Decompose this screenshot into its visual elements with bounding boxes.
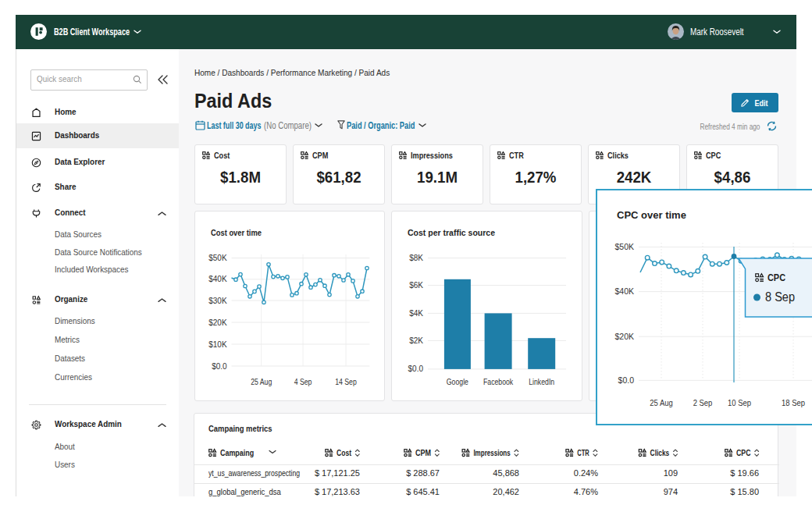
svg-text:Facebook: Facebook [483,378,514,386]
svg-text:Cost over time: Cost over time [211,228,262,237]
svg-text:2 Sep: 2 Sep [693,398,713,407]
svg-text:CPM: CPM [415,448,431,457]
svg-text:$0.0: $0.0 [408,364,424,373]
svg-text:Cost: Cost [337,448,351,457]
svg-text:25 Aug: 25 Aug [650,398,673,407]
svg-text:Clicks: Clicks [650,448,670,457]
svg-text:$0.0: $0.0 [212,362,227,371]
svg-text:4 Sep: 4 Sep [294,378,312,386]
svg-text:18 Sep: 18 Sep [782,398,805,407]
svg-text:25 Aug: 25 Aug [251,378,272,386]
svg-text:Campaing: Campaing [220,448,254,457]
svg-text:$4K: $4K [409,309,423,318]
svg-text:$40K: $40K [208,275,227,283]
svg-text:LinkedIn: LinkedIn [529,378,554,386]
svg-text:Cost per traffic source: Cost per traffic source [408,228,495,237]
svg-text:Impressions: Impressions [473,448,510,457]
svg-text:$50K: $50K [614,242,634,251]
svg-text:$6K: $6K [409,281,423,290]
svg-text:$2K: $2K [409,336,423,345]
svg-text:$20K: $20K [614,332,634,341]
svg-text:10 Sep: 10 Sep [728,398,751,407]
svg-text:$30K: $30K [208,297,227,305]
svg-text:Google: Google [447,378,468,386]
svg-text:$40K: $40K [614,286,634,296]
svg-text:$0.0: $0.0 [618,375,635,385]
svg-text:$20K: $20K [208,318,227,327]
svg-text:8 Sep: 8 Sep [765,290,795,304]
svg-text:CPC: CPC [736,448,751,457]
svg-text:CPC over time: CPC over time [617,209,686,221]
svg-text:$50K: $50K [208,254,227,262]
svg-text:CTR: CTR [577,448,589,457]
svg-text:$10K: $10K [208,340,227,349]
svg-text:CPC: CPC [767,272,786,283]
svg-text:$8K: $8K [409,254,423,262]
svg-text:14 Sep: 14 Sep [335,378,357,386]
